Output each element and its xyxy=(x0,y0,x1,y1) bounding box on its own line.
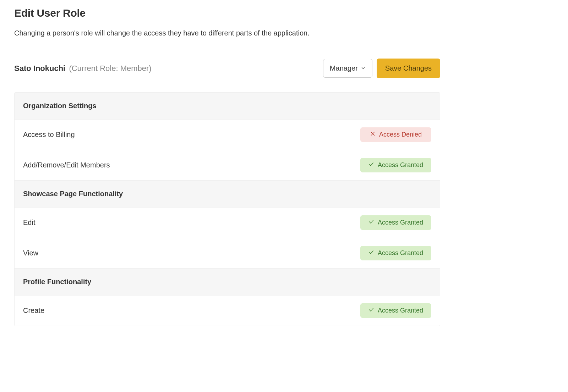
controls-group: Manager Save Changes xyxy=(323,59,440,78)
badge-label: Access Granted xyxy=(378,249,423,257)
section-header-profile-functionality: Profile Functionality xyxy=(15,269,440,296)
user-name: Sato Inokuchi xyxy=(14,64,65,73)
access-denied-badge: Access Denied xyxy=(360,127,431,142)
permission-label: Add/Remove/Edit Members xyxy=(23,161,110,169)
section-header-organization-settings: Organization Settings xyxy=(15,93,440,120)
page-title: Edit User Role xyxy=(14,7,440,19)
permission-label: Access to Billing xyxy=(23,131,75,139)
check-icon xyxy=(368,307,374,314)
permission-row: Add/Remove/Edit Members Access Granted xyxy=(15,150,440,181)
access-granted-badge: Access Granted xyxy=(360,158,431,172)
x-icon xyxy=(370,131,376,138)
check-icon xyxy=(368,219,374,226)
access-granted-badge: Access Granted xyxy=(360,215,431,230)
chevron-down-icon xyxy=(361,64,366,72)
permission-row: View Access Granted xyxy=(15,238,440,269)
permission-row: Edit Access Granted xyxy=(15,208,440,238)
check-icon xyxy=(368,161,374,169)
role-select-value: Manager xyxy=(330,64,358,72)
current-role-label: (Current Role: Member) xyxy=(69,64,151,73)
check-icon xyxy=(368,249,374,257)
save-changes-button[interactable]: Save Changes xyxy=(377,59,440,78)
permissions-table: Organization Settings Access to Billing … xyxy=(14,92,440,326)
permission-label: Edit xyxy=(23,219,35,227)
access-granted-badge: Access Granted xyxy=(360,303,431,318)
user-info: Sato Inokuchi (Current Role: Member) xyxy=(14,64,152,73)
section-header-showcase-page-functionality: Showcase Page Functionality xyxy=(15,181,440,208)
page-description: Changing a person's role will change the… xyxy=(14,29,440,37)
role-select[interactable]: Manager xyxy=(323,59,372,78)
permission-label: View xyxy=(23,249,38,257)
badge-label: Access Granted xyxy=(378,307,423,314)
permission-label: Create xyxy=(23,307,44,315)
user-controls-row: Sato Inokuchi (Current Role: Member) Man… xyxy=(14,59,440,78)
permission-row: Create Access Granted xyxy=(15,296,440,326)
access-granted-badge: Access Granted xyxy=(360,246,431,260)
badge-label: Access Granted xyxy=(378,219,423,226)
permission-row: Access to Billing Access Denied xyxy=(15,120,440,150)
badge-label: Access Denied xyxy=(379,131,422,138)
badge-label: Access Granted xyxy=(378,161,423,169)
